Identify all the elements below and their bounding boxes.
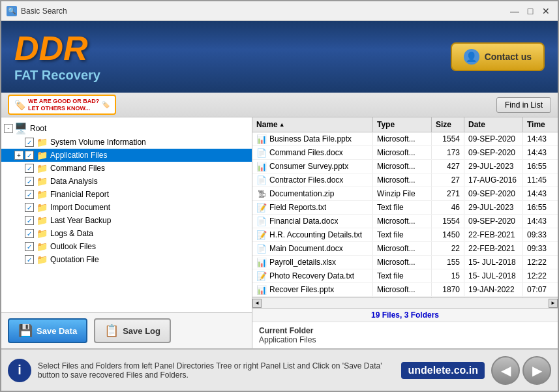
tree-checkbox[interactable]	[25, 255, 34, 264]
file-time: 09:33	[523, 228, 558, 241]
file-type: Winzip File	[373, 187, 432, 200]
file-list-body[interactable]: 📊Business Data File.pptxMicrosoft...1554…	[252, 132, 558, 297]
file-size: 271	[432, 187, 464, 200]
horizontal-scrollbar[interactable]: ◄ ►	[252, 297, 558, 308]
col-header-name[interactable]: Name ▲	[252, 117, 373, 132]
tree-item-outlook[interactable]: 📁Outlook Files	[1, 240, 252, 253]
scroll-right-btn[interactable]: ►	[549, 299, 558, 308]
tree-checkbox[interactable]	[25, 216, 34, 225]
expand-icon[interactable]	[14, 164, 23, 173]
maximize-button[interactable]: □	[524, 5, 537, 18]
tree-item-label: System Volume Information	[50, 138, 146, 147]
tree-item-dataanalysis[interactable]: 📁Data Analysis	[1, 175, 252, 188]
file-row[interactable]: 📝Photo Recovery Data.txtText file1515- J…	[252, 269, 558, 283]
file-row[interactable]: 📄Contractor Files.docxMicrosoft...2717-A…	[252, 173, 558, 187]
save-data-label: Save Data	[37, 326, 77, 336]
contact-icon: 👤	[464, 49, 479, 65]
file-time: 11:45	[523, 173, 558, 187]
expand-icon[interactable]	[14, 190, 23, 199]
directory-tree[interactable]: - 🖥️ Root 📁System Volume Information+📁Ap…	[1, 117, 252, 312]
folder-icon: 📁	[37, 150, 48, 160]
file-time: 12:22	[523, 269, 558, 282]
col-header-type[interactable]: Type	[373, 117, 432, 132]
tree-item-quotation[interactable]: 📁Quotation File	[1, 253, 252, 266]
expand-icon[interactable]	[14, 255, 23, 264]
tree-checkbox[interactable]	[25, 164, 34, 173]
file-name: 📝Field Reports.txt	[252, 201, 373, 214]
expand-icon[interactable]	[14, 138, 23, 147]
save-log-button[interactable]: 📋 Save Log	[94, 318, 171, 343]
expand-icon[interactable]	[14, 216, 23, 225]
tree-item-sysvolinfo[interactable]: 📁System Volume Information	[1, 136, 252, 149]
file-row[interactable]: 📊Business Data File.pptxMicrosoft...1554…	[252, 132, 558, 146]
tree-checkbox[interactable]	[25, 190, 34, 199]
tree-item-cmdfiles[interactable]: 📁Command Files	[1, 162, 252, 175]
find-in-list-button[interactable]: Find in List	[496, 97, 551, 113]
col-header-time[interactable]: Time	[523, 117, 558, 132]
save-data-button[interactable]: 💾 Save Data	[8, 318, 87, 343]
file-date: 22-FEB-2021	[464, 242, 523, 255]
tree-item-importdoc[interactable]: 📁Import Document	[1, 201, 252, 214]
file-type: Microsoft...	[373, 132, 432, 145]
save-log-label: Save Log	[123, 326, 160, 336]
file-row[interactable]: 📊Consumer Survey.pptxMicrosoft...42729-J…	[252, 160, 558, 173]
tree-item-label: Logs & Data	[50, 229, 93, 238]
file-row[interactable]: 📝H.R. Accounting Details.txtText file145…	[252, 228, 558, 242]
tree-item-lastyear[interactable]: 📁Last Year Backup	[1, 214, 252, 227]
file-name: 📄Command Files.docx	[252, 146, 373, 159]
file-size: 427	[432, 160, 464, 173]
folder-icon: 📁	[37, 228, 48, 239]
scroll-left-btn[interactable]: ◄	[252, 299, 262, 308]
tree-checkbox[interactable]	[25, 151, 34, 160]
file-time: 07:07	[523, 283, 558, 296]
header: DDR FAT Recovery 👤 Contact us	[1, 21, 558, 93]
next-button[interactable]: ▶	[522, 356, 551, 385]
file-size: 46	[432, 201, 464, 214]
folder-icon: 📁	[37, 254, 48, 265]
file-date: 15- JUL-2018	[464, 269, 523, 282]
tree-item-logsdata[interactable]: 📁Logs & Data	[1, 227, 252, 240]
tree-checkbox[interactable]	[25, 203, 34, 212]
rating-badge[interactable]: 🏷️ WE ARE GOOD OR BAD? LET OTHERS KNOW..…	[8, 95, 116, 115]
file-row[interactable]: 📊Payroll_details.xlsxMicrosoft...15515- …	[252, 256, 558, 269]
current-folder-area: Current Folder Application Files	[252, 322, 558, 348]
file-row[interactable]: 📄Main Document.docxMicrosoft...2222-FEB-…	[252, 242, 558, 256]
file-row[interactable]: 🗜Documentation.zipWinzip File27109-SEP-2…	[252, 187, 558, 201]
expand-icon[interactable]	[14, 203, 23, 212]
tree-checkbox[interactable]	[25, 242, 34, 251]
main-content: - 🖥️ Root 📁System Volume Information+📁Ap…	[1, 117, 558, 348]
file-type: Microsoft...	[373, 160, 432, 173]
file-row[interactable]: 📄Command Files.docxMicrosoft...17309-SEP…	[252, 146, 558, 160]
expand-icon[interactable]	[14, 242, 23, 251]
file-name: 📝Photo Recovery Data.txt	[252, 269, 373, 282]
file-row[interactable]: 📝Field Reports.txtText file4629-JUL-2023…	[252, 201, 558, 215]
tree-checkbox[interactable]	[25, 177, 34, 186]
file-time: 16:55	[523, 160, 558, 173]
col-header-size[interactable]: Size	[432, 117, 464, 132]
expand-icon[interactable]	[14, 177, 23, 186]
expand-icon[interactable]: +	[14, 151, 23, 160]
file-time: 14:43	[523, 215, 558, 228]
expand-icon[interactable]	[14, 229, 23, 238]
contact-button[interactable]: 👤 Contact us	[451, 42, 545, 71]
prev-button[interactable]: ◀	[491, 356, 520, 385]
tree-root[interactable]: - 🖥️ Root	[1, 121, 252, 136]
tree-item-appfiles[interactable]: +📁Application Files	[1, 149, 252, 162]
tree-checkbox[interactable]	[25, 229, 34, 238]
file-type: Microsoft...	[373, 242, 432, 255]
file-row[interactable]: 📊Recover Files.pptxMicrosoft...187019-JA…	[252, 283, 558, 297]
minimize-button[interactable]: —	[508, 5, 521, 18]
file-name: 📊Consumer Survey.pptx	[252, 160, 373, 173]
col-header-date[interactable]: Date	[464, 117, 523, 132]
file-row[interactable]: 📄Financial Data.docxMicrosoft...155409-S…	[252, 215, 558, 228]
rating-arrow-icon: 🏷️	[102, 101, 110, 108]
close-button[interactable]: ✕	[539, 5, 552, 18]
tree-item-finreport[interactable]: 📁Finanicial Report	[1, 188, 252, 201]
tree-checkbox[interactable]	[25, 138, 34, 147]
file-time: 14:43	[523, 187, 558, 200]
save-data-icon: 💾	[18, 324, 33, 338]
root-expand-icon[interactable]: -	[4, 124, 13, 133]
file-type: Microsoft...	[373, 215, 432, 228]
file-status-bar: 19 Files, 3 Folders	[252, 308, 558, 322]
tree-item-label: Data Analysis	[50, 177, 98, 186]
